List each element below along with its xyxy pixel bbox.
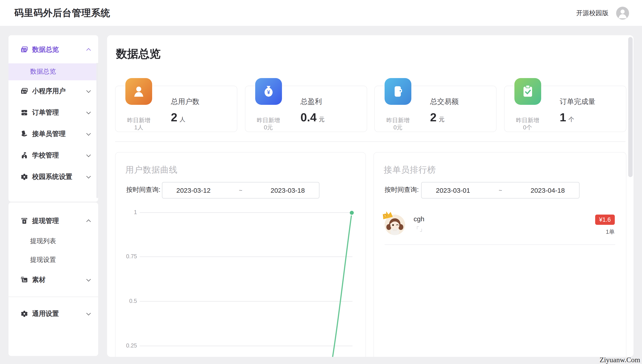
sidebar-item-general-settings[interactable]: 通用设置 [8,303,98,324]
stat-card-completed-orders: 昨日新增 0个 订单完成量 1个 [504,86,626,132]
person-icon [616,6,629,20]
stat-card-total-profit: ¥ 昨日新增 0元 总盈利 0.4元 [245,86,367,132]
sidebar-subitem-withdraw-list[interactable]: 提现列表 [8,232,98,250]
chevron-down-icon [86,174,91,178]
sidebar-item-label: 校园系统设置 [32,172,72,181]
courier-icon [20,130,28,138]
ranking-list-item: 1 cgh 「」 ¥1.6 1单 [374,214,626,244]
watermark: Ziyuanw.Com [600,356,640,364]
user-data-chart-panel: 用户数据曲线 按时间查询: 2023-03-12 ~ 2023-03-18 1 … [115,152,366,357]
line-series [116,152,366,357]
sidebar-item-data-overview[interactable]: 数据总览 [8,39,98,60]
stat-title: 总盈利 [300,97,324,106]
sidebar-item-withdraw-management[interactable]: ¥ 提现管理 [8,210,98,232]
stat-title: 订单完成量 [560,97,596,106]
main-scrollbar[interactable] [628,37,633,177]
end-date[interactable]: 2023-04-18 [531,186,565,194]
list-divider [384,244,615,245]
stat-title: 总交易额 [430,97,459,106]
campus-settings-icon [20,173,28,180]
stat-value: 1个 [560,110,596,124]
courier-avatar: 1 [384,214,405,235]
sidebar-item-label: 学校管理 [32,151,59,160]
start-date[interactable]: 2023-03-01 [436,186,470,194]
stat-title: 总用户数 [171,97,200,106]
date-separator: ~ [498,187,502,194]
sidebar-item-label: 素材 [32,276,46,284]
main-content: 数据总览 昨日新增 1人 总用户数 2人 ¥ [107,35,634,357]
chevron-down-icon [86,88,91,92]
app-root: 码里码外后台管理系统 开源校园版 数据总览 数据总览 [0,0,642,364]
sidebar-item-label: 提现管理 [32,216,59,225]
ranking-date-range-picker[interactable]: 2023-03-01 ~ 2023-04-18 [421,182,580,198]
general-settings-icon [20,310,28,318]
sidebar-item-order-management[interactable]: 订单管理 [8,102,98,123]
app-title: 码里码外后台管理系统 [14,7,110,19]
user-icon [125,78,152,105]
sidebar-item-courier-management[interactable]: 接单员管理 [8,123,98,144]
courier-ranking-panel: 接单员排行榜 按时间查询: 2023-03-01 ~ 2023-04-18 [374,152,626,357]
sidebar-scrollbar[interactable] [96,63,98,198]
section-divider [115,142,625,142]
chevron-up-icon [86,219,91,224]
order-count: 1单 [606,228,615,236]
chevron-down-icon [86,152,91,157]
orders-icon [20,108,28,116]
stat-value: 2人 [171,110,200,124]
sidebar-subitem-withdraw-settings[interactable]: 提现设置 [8,250,98,269]
ranking-filter-label: 按时间查询: [384,186,419,194]
page-title: 数据总览 [116,46,160,61]
svg-text:¥: ¥ [267,90,270,95]
sidebar-item-media[interactable]: 素材 [8,269,98,290]
stat-delta: 昨日新增 1人 [120,117,158,131]
stat-delta: 昨日新增 0元 [250,117,287,131]
sidebar-item-campus-settings[interactable]: 校园系统设置 [8,166,98,187]
stat-card-total-transactions: 昨日新增 0元 总交易额 2元 [374,86,496,132]
courier-subtitle: 「」 [414,225,425,233]
sidebar-subitem-label: 提现列表 [30,237,56,245]
media-icon [20,276,28,284]
chevron-down-icon [86,131,91,136]
dashboard-icon [20,46,28,54]
stat-delta: 昨日新增 0元 [379,117,417,131]
mini-program-users-icon [20,87,28,95]
clipboard-check-icon [514,78,541,105]
stat-value: 0.4元 [300,110,324,124]
chevron-down-icon [86,277,91,281]
amount-badge: ¥1.6 [595,214,615,225]
user-avatar[interactable] [616,6,629,20]
school-icon [20,152,28,159]
header: 码里码外后台管理系统 开源校园版 [0,0,642,26]
chevron-down-icon [86,110,91,114]
sidebar-item-school-management[interactable]: 学校管理 [8,144,98,166]
stat-value: 2元 [430,110,459,124]
courier-name: cgh [414,215,424,222]
sidebar-section-main: 数据总览 数据总览 小程序用户 订单管理 接单员管理 [8,35,98,202]
sidebar-subitem-label: 数据总览 [30,68,56,76]
wallet-icon [384,78,411,105]
stat-delta: 昨日新增 0个 [509,117,546,131]
sidebar-subitem-label: 提现设置 [30,256,56,264]
sidebar-subitem-data-overview[interactable]: 数据总览 [8,63,98,80]
sidebar-item-label: 数据总览 [32,46,59,54]
money-bag-icon: ¥ [255,78,282,105]
sidebar-divider [8,297,98,297]
sidebar-item-label: 小程序用户 [32,87,66,95]
stat-card-total-users: 昨日新增 1人 总用户数 2人 [115,86,237,132]
stats-row: 昨日新增 1人 总用户数 2人 ¥ 昨日新增 0元 总盈利 0.4 [115,86,626,132]
svg-text:¥: ¥ [24,220,25,223]
withdraw-icon: ¥ [20,217,28,224]
ranking-panel-title: 接单员排行榜 [384,164,436,176]
chevron-up-icon [86,48,91,53]
sidebar-section-secondary: ¥ 提现管理 提现列表 提现设置 素材 通用设置 [8,202,98,356]
sidebar-item-label: 订单管理 [32,108,59,117]
chevron-down-icon [86,311,91,315]
sidebar-item-label: 接单员管理 [32,130,66,138]
sidebar-item-label: 通用设置 [32,309,59,318]
data-point-marker [350,211,354,215]
sidebar-item-miniprogram-users[interactable]: 小程序用户 [8,80,98,102]
edition-label: 开源校园版 [576,9,608,17]
